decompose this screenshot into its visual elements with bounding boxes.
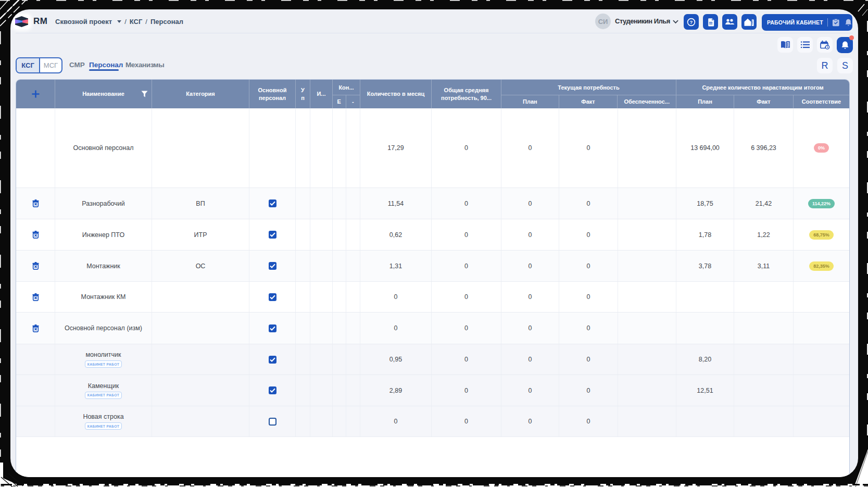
svg-text:?: ? — [690, 19, 693, 24]
